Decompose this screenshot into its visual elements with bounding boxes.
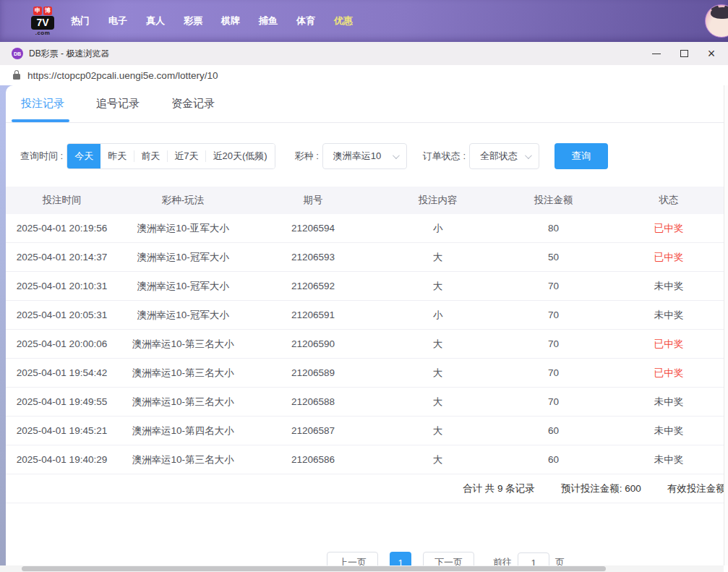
filter-bar: 查询时间 : 今天昨天前天近7天近20天(低频) 彩种 : 澳洲幸运10 订单状… [20, 143, 728, 169]
nav-item-lottery[interactable]: 彩票 [184, 14, 202, 27]
table-row: 2025-04-01 20:05:31澳洲幸运10-冠军大小21206591小7… [6, 301, 728, 330]
nav-item-slots[interactable]: 电子 [108, 14, 127, 27]
logo-suffix: .com [35, 30, 51, 36]
issue-number: 21206586 [248, 454, 378, 465]
close-icon[interactable]: × [698, 42, 725, 65]
header-status: 状态 [609, 194, 728, 207]
nav-item-live[interactable]: 真人 [146, 14, 165, 27]
table-row: 2025-04-01 19:45:21澳洲幸运10-第四名大小21206587大… [6, 417, 728, 445]
maximize-icon[interactable] [670, 42, 698, 65]
bet-time: 2025-04-01 19:40:29 [6, 454, 118, 465]
time-option-last-7-days[interactable]: 近7天 [167, 144, 205, 168]
table-row: 2025-04-01 19:40:29澳洲幸运10-第三名大小21206586大… [6, 445, 728, 474]
browser-app-icon: DB [12, 48, 23, 59]
logo-badge-2: 博 [43, 7, 52, 15]
bet-content: 大 [378, 424, 497, 437]
horizontal-scrollbar-thumb[interactable] [22, 566, 606, 571]
logo-brand: 7V [31, 16, 54, 30]
bet-time: 2025-04-01 20:05:31 [6, 310, 118, 320]
time-option-last-20-days-low-freq[interactable]: 近20天(低频) [205, 144, 274, 168]
issue-number: 21206594 [248, 223, 378, 234]
bet-content: 小 [378, 222, 497, 235]
nav-item-fishing[interactable]: 捕鱼 [259, 14, 278, 27]
lottery-type-label: 彩种 : [295, 150, 319, 163]
nav-item-sports[interactable]: 体育 [296, 14, 315, 27]
bet-time: 2025-04-01 19:54:42 [6, 367, 118, 378]
bet-content: 大 [378, 396, 497, 409]
order-status-select[interactable]: 全部状态 [469, 143, 539, 169]
bet-status: 已中奖 [609, 338, 728, 351]
nav-item-hot[interactable]: 热门 [71, 14, 90, 27]
vertical-scrollbar[interactable] [724, 85, 728, 565]
time-option-yesterday[interactable]: 昨天 [100, 144, 134, 168]
bet-amount: 70 [497, 281, 609, 291]
issue-number: 21206587 [248, 425, 378, 436]
bet-records-table: 投注时间 彩种-玩法 期号 投注内容 投注金额 状态 2025-04-01 20… [6, 187, 728, 503]
bet-time: 2025-04-01 19:45:21 [6, 425, 118, 436]
valid-bet-amount: 有效投注金额 [667, 482, 726, 495]
time-option-day-before-yesterday[interactable]: 前天 [134, 144, 167, 168]
header-lottery-play: 彩种-玩法 [118, 194, 248, 207]
table-summary: 合计 共 9 条记录 预计投注金额: 600 有效投注金额 [6, 474, 728, 503]
bet-time: 2025-04-01 20:10:31 [6, 281, 118, 291]
time-option-today[interactable]: 今天 [67, 144, 100, 168]
bet-status: 已中奖 [609, 367, 728, 380]
site-nav: 热门电子真人彩票棋牌捕鱼体育优惠 [71, 14, 353, 27]
bet-amount: 70 [497, 310, 609, 320]
horizontal-scrollbar[interactable] [0, 565, 724, 572]
bet-status: 已中奖 [609, 222, 728, 235]
bet-amount: 50 [497, 252, 609, 262]
bet-status: 未中奖 [609, 453, 728, 466]
lottery-type-select[interactable]: 澳洲幸运10 [322, 143, 407, 169]
bet-time: 2025-04-01 20:00:06 [6, 338, 118, 349]
nav-item-promotions[interactable]: 优惠 [334, 14, 353, 27]
nav-item-board-games[interactable]: 棋牌 [221, 14, 240, 27]
issue-number: 21206592 [248, 281, 378, 291]
expected-bet-amount: 预计投注金额: 600 [561, 482, 641, 495]
lottery-play: 澳洲幸运10-冠军大小 [118, 309, 248, 322]
chevron-down-icon [525, 152, 532, 159]
table-body: 2025-04-01 20:19:56澳洲幸运10-亚军大小21206594小8… [6, 214, 728, 474]
record-tabs: 投注记录追号记录资金记录 [6, 85, 728, 123]
lottery-page: 投注记录追号记录资金记录 查询时间 : 今天昨天前天近7天近20天(低频) 彩种… [0, 85, 728, 572]
bet-status: 未中奖 [609, 309, 728, 322]
browser-urlbar[interactable]: https://ctopcp02pcali.uengi5e.com/lotter… [0, 65, 728, 85]
order-status-value: 全部状态 [480, 150, 518, 163]
site-logo[interactable]: 申 博 7V .com [30, 7, 55, 36]
bet-amount: 70 [497, 396, 609, 407]
site-header: 申 博 7V .com 热门电子真人彩票棋牌捕鱼体育优惠 [0, 0, 728, 42]
url-text[interactable]: https://ctopcp02pcali.uengi5e.com/lotter… [27, 70, 218, 81]
browser-titlebar: DB DB彩票 - 极速浏览器 × [0, 42, 728, 65]
records-card: 投注记录追号记录资金记录 查询时间 : 今天昨天前天近7天近20天(低频) 彩种… [6, 85, 728, 572]
lottery-play: 澳洲幸运10-第三名大小 [118, 338, 248, 351]
tab-chase-records[interactable]: 追号记录 [92, 85, 144, 122]
search-button[interactable]: 查询 [554, 143, 608, 169]
tab-fund-records[interactable]: 资金记录 [167, 85, 219, 122]
bet-amount: 60 [497, 454, 609, 465]
table-row: 2025-04-01 20:00:06澳洲幸运10-第三名大小21206590大… [6, 330, 728, 359]
table-header: 投注时间 彩种-玩法 期号 投注内容 投注金额 状态 [6, 187, 728, 214]
bet-content: 大 [378, 453, 497, 466]
lottery-play: 澳洲幸运10-冠军大小 [118, 251, 248, 264]
titlebar-left: DB DB彩票 - 极速浏览器 [12, 48, 109, 60]
lottery-play: 澳洲幸运10-冠军大小 [118, 280, 248, 293]
issue-number: 21206591 [248, 310, 378, 320]
bet-time: 2025-04-01 19:49:55 [6, 396, 118, 407]
tab-bet-records[interactable]: 投注记录 [17, 85, 69, 122]
bet-status: 未中奖 [609, 424, 728, 437]
lottery-play: 澳洲幸运10-亚军大小 [118, 222, 248, 235]
lock-icon [13, 74, 20, 80]
issue-number: 21206588 [248, 396, 378, 407]
lottery-play: 澳洲幸运10-第三名大小 [118, 367, 248, 380]
bet-status: 未中奖 [609, 280, 728, 293]
header-bet-time: 投注时间 [6, 194, 118, 207]
bet-status: 未中奖 [609, 396, 728, 409]
lottery-type-value: 澳洲幸运10 [333, 150, 381, 163]
total-records: 合计 共 9 条记录 [463, 482, 535, 495]
minimize-icon[interactable] [643, 42, 670, 65]
bet-content: 小 [378, 309, 497, 322]
window-controls: × [643, 42, 725, 65]
bet-status: 已中奖 [609, 251, 728, 264]
user-avatar[interactable] [705, 4, 728, 38]
order-status-label: 订单状态 : [423, 150, 466, 163]
